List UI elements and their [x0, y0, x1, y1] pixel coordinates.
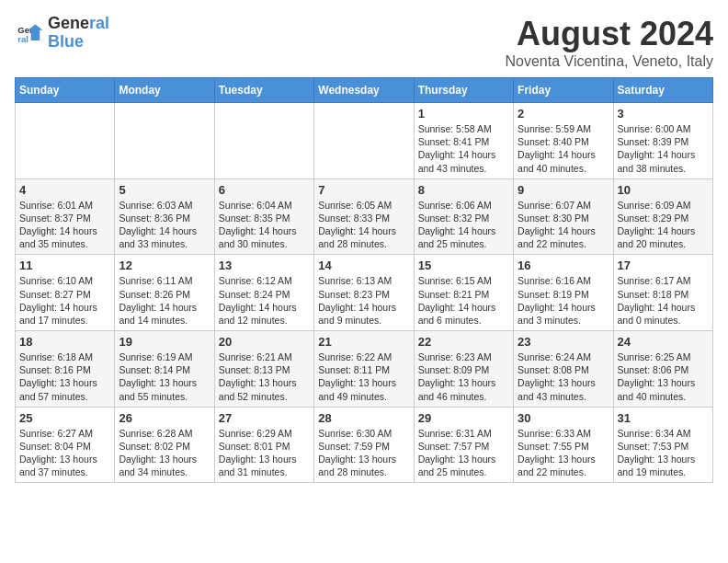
page-header: Gene ral General Blue August 2024 Novent…: [15, 15, 713, 70]
day-info: Sunrise: 6:15 AMSunset: 8:21 PMDaylight:…: [418, 274, 509, 327]
day-number: 29: [418, 411, 509, 425]
calendar-cell: 29Sunrise: 6:31 AMSunset: 7:57 PMDayligh…: [414, 407, 513, 483]
day-number: 31: [618, 411, 709, 425]
calendar-cell: [214, 103, 313, 179]
day-info: Sunrise: 6:29 AMSunset: 8:01 PMDaylight:…: [219, 427, 310, 479]
location-title: Noventa Vicentina, Veneto, Italy: [505, 53, 713, 70]
day-number: 20: [219, 335, 310, 349]
day-number: 2: [518, 107, 609, 121]
day-number: 4: [19, 183, 110, 197]
weekday-header-tuesday: Tuesday: [214, 78, 313, 103]
calendar-cell: 20Sunrise: 6:21 AMSunset: 8:13 PMDayligh…: [214, 331, 313, 408]
calendar-cell: 21Sunrise: 6:22 AMSunset: 8:11 PMDayligh…: [314, 331, 414, 408]
weekday-header-saturday: Saturday: [613, 78, 712, 103]
day-number: 18: [19, 335, 110, 349]
day-info: Sunrise: 5:59 AMSunset: 8:40 PMDaylight:…: [518, 122, 609, 175]
day-info: Sunrise: 6:06 AMSunset: 8:32 PMDaylight:…: [418, 199, 509, 251]
calendar-cell: 24Sunrise: 6:25 AMSunset: 8:06 PMDayligh…: [613, 331, 712, 408]
day-number: 12: [119, 259, 210, 272]
calendar-cell: 30Sunrise: 6:33 AMSunset: 7:55 PMDayligh…: [514, 407, 613, 483]
day-info: Sunrise: 6:21 AMSunset: 8:13 PMDaylight:…: [219, 350, 310, 403]
calendar-cell: 12Sunrise: 6:11 AMSunset: 8:26 PMDayligh…: [115, 255, 214, 331]
calendar-cell: 17Sunrise: 6:17 AMSunset: 8:18 PMDayligh…: [613, 255, 712, 331]
day-info: Sunrise: 6:27 AMSunset: 8:04 PMDaylight:…: [19, 427, 110, 479]
month-title: August 2024: [505, 15, 713, 53]
calendar-week-3: 11Sunrise: 6:10 AMSunset: 8:27 PMDayligh…: [16, 255, 713, 331]
calendar-cell: 23Sunrise: 6:24 AMSunset: 8:08 PMDayligh…: [514, 331, 613, 408]
calendar-table: SundayMondayTuesdayWednesdayThursdayFrid…: [15, 77, 713, 483]
day-info: Sunrise: 6:01 AMSunset: 8:37 PMDaylight:…: [19, 199, 110, 251]
day-number: 9: [518, 183, 609, 197]
calendar-week-4: 18Sunrise: 6:18 AMSunset: 8:16 PMDayligh…: [16, 331, 713, 408]
day-number: 22: [418, 335, 509, 349]
logo: Gene ral General Blue: [15, 15, 109, 52]
svg-text:ral: ral: [17, 34, 28, 44]
calendar-cell: 18Sunrise: 6:18 AMSunset: 8:16 PMDayligh…: [16, 331, 115, 408]
calendar-cell: 5Sunrise: 6:03 AMSunset: 8:36 PMDaylight…: [115, 178, 214, 255]
day-info: Sunrise: 6:30 AMSunset: 7:59 PMDaylight:…: [318, 427, 409, 479]
day-number: 7: [318, 183, 409, 197]
calendar-cell: 8Sunrise: 6:06 AMSunset: 8:32 PMDaylight…: [414, 178, 513, 255]
day-number: 10: [618, 183, 709, 197]
day-number: 23: [518, 335, 609, 349]
calendar-cell: 15Sunrise: 6:15 AMSunset: 8:21 PMDayligh…: [414, 255, 513, 331]
day-info: Sunrise: 6:00 AMSunset: 8:39 PMDaylight:…: [618, 122, 709, 175]
day-number: 14: [318, 259, 409, 272]
weekday-header-friday: Friday: [514, 78, 613, 103]
calendar-cell: 16Sunrise: 6:16 AMSunset: 8:19 PMDayligh…: [514, 255, 613, 331]
day-info: Sunrise: 6:09 AMSunset: 8:29 PMDaylight:…: [618, 199, 709, 251]
day-info: Sunrise: 6:07 AMSunset: 8:30 PMDaylight:…: [518, 199, 609, 251]
day-number: 24: [618, 335, 709, 349]
day-number: 16: [518, 259, 609, 272]
day-number: 30: [518, 411, 609, 425]
day-info: Sunrise: 6:19 AMSunset: 8:14 PMDaylight:…: [119, 350, 210, 403]
day-info: Sunrise: 6:23 AMSunset: 8:09 PMDaylight:…: [418, 350, 509, 403]
day-number: 25: [19, 411, 110, 425]
day-info: Sunrise: 6:28 AMSunset: 8:02 PMDaylight:…: [119, 427, 210, 479]
day-info: Sunrise: 6:24 AMSunset: 8:08 PMDaylight:…: [518, 350, 609, 403]
calendar-cell: 11Sunrise: 6:10 AMSunset: 8:27 PMDayligh…: [16, 255, 115, 331]
day-info: Sunrise: 6:33 AMSunset: 7:55 PMDaylight:…: [518, 427, 609, 479]
calendar-cell: [314, 103, 414, 179]
day-info: Sunrise: 5:58 AMSunset: 8:41 PMDaylight:…: [418, 122, 509, 175]
day-number: 5: [119, 183, 210, 197]
day-number: 28: [318, 411, 409, 425]
weekday-header-sunday: Sunday: [16, 78, 115, 103]
day-info: Sunrise: 6:12 AMSunset: 8:24 PMDaylight:…: [219, 274, 310, 327]
day-number: 19: [119, 335, 210, 349]
calendar-cell: 2Sunrise: 5:59 AMSunset: 8:40 PMDaylight…: [514, 103, 613, 179]
weekday-header-monday: Monday: [115, 78, 214, 103]
day-number: 6: [219, 183, 310, 197]
calendar-cell: 26Sunrise: 6:28 AMSunset: 8:02 PMDayligh…: [115, 407, 214, 483]
title-area: August 2024 Noventa Vicentina, Veneto, I…: [505, 15, 713, 70]
calendar-week-2: 4Sunrise: 6:01 AMSunset: 8:37 PMDaylight…: [16, 178, 713, 255]
calendar-cell: 27Sunrise: 6:29 AMSunset: 8:01 PMDayligh…: [214, 407, 313, 483]
calendar-cell: 9Sunrise: 6:07 AMSunset: 8:30 PMDaylight…: [514, 178, 613, 255]
day-number: 1: [418, 107, 509, 121]
day-info: Sunrise: 6:25 AMSunset: 8:06 PMDaylight:…: [618, 350, 709, 403]
day-info: Sunrise: 6:31 AMSunset: 7:57 PMDaylight:…: [418, 427, 509, 479]
day-info: Sunrise: 6:11 AMSunset: 8:26 PMDaylight:…: [119, 274, 210, 327]
weekday-header-thursday: Thursday: [414, 78, 513, 103]
day-info: Sunrise: 6:22 AMSunset: 8:11 PMDaylight:…: [318, 350, 409, 403]
day-info: Sunrise: 6:05 AMSunset: 8:33 PMDaylight:…: [318, 199, 409, 251]
calendar-cell: 4Sunrise: 6:01 AMSunset: 8:37 PMDaylight…: [16, 178, 115, 255]
logo-icon: Gene ral: [15, 18, 44, 48]
day-number: 3: [618, 107, 709, 121]
day-info: Sunrise: 6:13 AMSunset: 8:23 PMDaylight:…: [318, 274, 409, 327]
day-info: Sunrise: 6:17 AMSunset: 8:18 PMDaylight:…: [618, 274, 709, 327]
calendar-cell: 25Sunrise: 6:27 AMSunset: 8:04 PMDayligh…: [16, 407, 115, 483]
day-info: Sunrise: 6:04 AMSunset: 8:35 PMDaylight:…: [219, 199, 310, 251]
calendar-cell: 28Sunrise: 6:30 AMSunset: 7:59 PMDayligh…: [314, 407, 414, 483]
calendar-cell: 6Sunrise: 6:04 AMSunset: 8:35 PMDaylight…: [214, 178, 313, 255]
calendar-cell: 7Sunrise: 6:05 AMSunset: 8:33 PMDaylight…: [314, 178, 414, 255]
day-number: 27: [219, 411, 310, 425]
calendar-cell: 31Sunrise: 6:34 AMSunset: 7:53 PMDayligh…: [613, 407, 712, 483]
day-info: Sunrise: 6:18 AMSunset: 8:16 PMDaylight:…: [19, 350, 110, 403]
weekday-header-row: SundayMondayTuesdayWednesdayThursdayFrid…: [16, 78, 713, 103]
day-number: 26: [119, 411, 210, 425]
day-number: 13: [219, 259, 310, 272]
day-number: 11: [19, 259, 110, 272]
day-info: Sunrise: 6:10 AMSunset: 8:27 PMDaylight:…: [19, 274, 110, 327]
calendar-week-1: 1Sunrise: 5:58 AMSunset: 8:41 PMDaylight…: [16, 103, 713, 179]
